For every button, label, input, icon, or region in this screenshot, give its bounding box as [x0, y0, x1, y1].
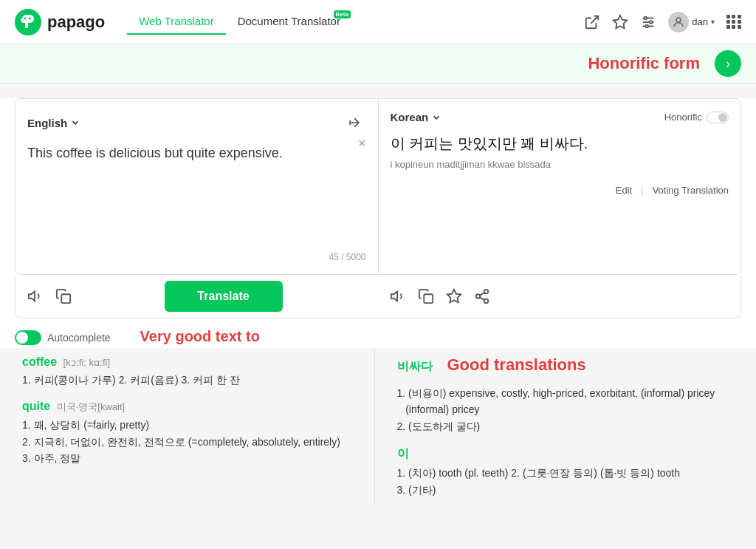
bottom-banner-row: Autocomplete Very good text to	[0, 318, 756, 348]
share-icon[interactable]	[584, 14, 600, 30]
romanized-text: i kopineun maditjjiman kkwae bissada	[391, 159, 729, 170]
source-panel-footer: Translate	[15, 275, 378, 318]
username: dan	[692, 16, 708, 27]
dict-pronunciation-coffee: [kɔːfi; kɑːfi]	[63, 357, 110, 368]
nav-document-translator[interactable]: Document Translator Beta	[226, 9, 352, 35]
dict-entry-coffee: coffee [kɔːfi; kɑːfi] 1. 커피(콩이나 가루) 2. 커…	[22, 355, 360, 388]
source-language-label: English	[27, 117, 67, 129]
dict-word-bissada: 비싸다	[397, 359, 433, 375]
svg-line-22	[480, 297, 484, 300]
svg-point-8	[645, 16, 647, 19]
translator-panels: English This coffee is delicious but qui…	[15, 98, 741, 275]
swap-icon	[347, 115, 362, 130]
honorific-toggle-dot	[718, 113, 727, 122]
svg-point-1	[24, 17, 27, 19]
honorific-toggle-button[interactable]: ›	[715, 50, 741, 77]
dict-definitions-coffee: 1. 커피(콩이나 가루) 2. 커피(음료) 3. 커피 한 잔	[22, 372, 360, 388]
swap-languages-button[interactable]	[343, 111, 366, 134]
target-copy-icon[interactable]	[418, 288, 434, 304]
logo-text: papago	[47, 13, 105, 32]
svg-line-23	[480, 293, 484, 296]
svg-rect-17	[424, 294, 433, 303]
nav-web-translator[interactable]: Web Translator	[127, 9, 225, 35]
honorific-toggle[interactable]: Honorific	[664, 112, 729, 123]
source-language-selector[interactable]: English	[27, 117, 80, 129]
dict-definitions-bissada: 1. (비용이) expensive, costly, high-priced,…	[397, 385, 735, 434]
translate-button[interactable]: Translate	[165, 281, 283, 312]
bookmark-icon[interactable]	[612, 14, 628, 30]
dict-definitions-quite: 1. 꽤, 상당히 (=fairly, pretty) 2. 지극히, 더없이,…	[22, 417, 360, 466]
settings-icon[interactable]	[640, 14, 656, 30]
svg-point-2	[29, 17, 31, 19]
target-footer-icons	[390, 288, 490, 304]
svg-marker-4	[614, 15, 627, 27]
source-lang-chevron-icon	[70, 117, 80, 128]
source-panel: English This coffee is delicious but qui…	[16, 99, 379, 274]
header: papago Web Translator Document Translato…	[0, 0, 756, 44]
honorific-toggle-switch[interactable]	[707, 112, 729, 123]
target-share-icon[interactable]	[474, 288, 490, 304]
dict-word-i: 이	[397, 447, 409, 460]
target-lang-chevron-icon	[431, 112, 441, 123]
target-dictionary: 비싸다 Good translations 1. (비용이) expensive…	[382, 348, 742, 505]
autocomplete-bar: Autocomplete	[15, 330, 111, 345]
edit-translation-button[interactable]: Edit	[616, 185, 632, 196]
svg-point-11	[676, 18, 681, 22]
source-copy-icon[interactable]	[55, 288, 72, 304]
dict-entry-quite: quite 미국·영국[kwait] 1. 꽤, 상당히 (=fairly, p…	[22, 400, 360, 466]
target-star-icon[interactable]	[446, 288, 462, 304]
dict-definitions-i: 1. (치아) tooth (pl. teeth) 2. (그릇·연장 등의) …	[397, 465, 735, 498]
source-footer-icons	[27, 288, 72, 304]
target-speaker-icon[interactable]	[390, 288, 406, 304]
autocomplete-toggle-dot	[16, 332, 28, 344]
svg-rect-15	[61, 294, 70, 303]
svg-marker-16	[391, 292, 397, 301]
apps-grid-icon[interactable]	[726, 15, 741, 29]
honorific-label: Honorific	[664, 112, 702, 123]
dict-pronunciation-quite: 미국·영국[kwait]	[57, 401, 125, 412]
clear-text-button[interactable]: ×	[358, 136, 366, 151]
source-dictionary: coffee [kɔːfi; kɑːfi] 1. 커피(콩이나 가루) 2. 커…	[15, 348, 375, 505]
char-count: 45 / 5000	[27, 252, 366, 262]
autocomplete-label: Autocomplete	[47, 332, 111, 344]
user-dropdown-icon[interactable]: ▾	[711, 18, 715, 26]
svg-point-21	[484, 299, 489, 304]
svg-line-3	[591, 16, 598, 23]
svg-marker-14	[29, 292, 35, 301]
autocomplete-toggle[interactable]	[15, 330, 41, 345]
target-panel-footer	[378, 275, 741, 318]
svg-point-9	[650, 21, 653, 24]
beta-badge: Beta	[334, 10, 351, 18]
nav-links: Web Translator Document Translator Beta	[127, 9, 352, 35]
user-area[interactable]: dan ▾	[668, 12, 715, 33]
translator-section: English This coffee is delicious but qui…	[0, 98, 756, 318]
target-language-selector[interactable]: Korean	[391, 111, 442, 123]
dict-word-coffee: coffee	[22, 355, 57, 368]
avatar	[668, 12, 689, 33]
svg-marker-18	[447, 290, 461, 302]
good-text-banner: Very good text to	[140, 328, 260, 345]
logo[interactable]: papago	[15, 9, 105, 35]
source-panel-header: English	[27, 111, 366, 134]
header-actions: dan ▾	[584, 12, 741, 33]
target-language-label: Korean	[391, 111, 429, 123]
voting-translation-button[interactable]: Voting Translation	[653, 185, 729, 196]
translated-text: 이 커피는 맛있지만 꽤 비싸다.	[391, 132, 729, 154]
source-text-input[interactable]: This coffee is delicious but quite expen…	[27, 143, 366, 243]
dict-word-quite: quite	[22, 400, 50, 412]
target-panel: Korean Honorific 이 커피는 맛있지만 꽤 비싸다. i kop…	[379, 99, 741, 274]
honorific-title: Honorific form	[588, 54, 700, 73]
svg-point-20	[476, 294, 481, 299]
svg-point-10	[646, 24, 649, 27]
target-panel-header: Korean Honorific	[391, 111, 729, 123]
good-translations-title: Good translations	[447, 355, 586, 375]
svg-point-19	[484, 290, 489, 294]
translation-action-links: Edit | Voting Translation	[391, 185, 729, 196]
honorific-banner: Honorific form ›	[0, 44, 756, 83]
panel-footers: Translate	[15, 275, 741, 318]
source-speaker-icon[interactable]	[27, 288, 44, 304]
papago-logo-icon	[15, 9, 41, 35]
dictionary-section: coffee [kɔːfi; kɑːfi] 1. 커피(콩이나 가루) 2. 커…	[0, 348, 756, 520]
